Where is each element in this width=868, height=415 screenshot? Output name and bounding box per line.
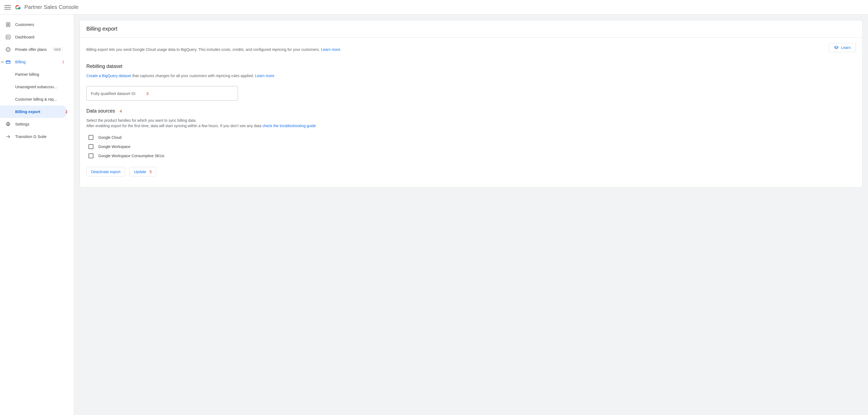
checkbox-row-google-cloud[interactable]: Google Cloud (86, 133, 856, 142)
annotation-5: 5 (150, 169, 152, 174)
create-bq-dataset-link[interactable]: Create a BigQuery dataset (86, 74, 131, 78)
main-content: Billing export Billing export lets you s… (74, 14, 868, 415)
sidebar-item-billing[interactable]: Billing 1 (0, 56, 74, 68)
data-sources-description: Select the product families for which yo… (86, 118, 856, 129)
sidebar-item-label: Transition G Suite (15, 134, 46, 139)
sidebar-sub-customer-billing[interactable]: Customer billing & rep... (0, 93, 67, 105)
product-title: Partner Sales Console (24, 4, 79, 10)
graduation-cap-icon (834, 45, 839, 50)
sidebar-item-dashboard[interactable]: Dashboard (0, 31, 74, 43)
sidebar-item-private-offer-plans[interactable]: Private offer plans NEW (0, 43, 74, 56)
sidebar-item-label: Billing (15, 60, 26, 64)
caret-down-icon (1, 61, 4, 63)
page-title: Billing export (80, 20, 862, 38)
data-sources-heading: Data sources 4 (86, 108, 856, 114)
checkbox-label: Google Workspace Consumptive SKUs (98, 154, 164, 158)
checkbox-label: Google Cloud (98, 135, 122, 140)
sidebar-item-settings[interactable]: Settings (0, 118, 74, 130)
menu-icon[interactable] (4, 4, 11, 10)
checkbox-row-google-workspace-consumptive[interactable]: Google Workspace Consumptive SKUs (86, 151, 856, 161)
learn-button[interactable]: Learn (829, 43, 856, 52)
checkbox-row-google-workspace[interactable]: Google Workspace (86, 142, 856, 151)
dataset-id-input[interactable]: Fully qualified dataset ID 3 (86, 86, 238, 101)
google-cloud-logo-icon (14, 4, 21, 10)
svg-point-4 (7, 49, 9, 50)
billing-icon (5, 59, 11, 65)
sidebar-item-label: Dashboard (15, 35, 34, 39)
offer-plans-icon (5, 47, 11, 52)
sidebar-item-label: Billing export (15, 110, 40, 114)
sidebar-item-transition-gsuite[interactable]: Transition G Suite (0, 130, 74, 143)
sidebar-sub-billing-export[interactable]: Billing export 2 (0, 105, 67, 118)
customers-icon (5, 22, 11, 27)
svg-point-6 (7, 124, 9, 125)
intro-text: Billing export lets you send Google Clou… (86, 47, 822, 52)
sidebar-item-label: Private offer plans (15, 47, 47, 52)
sidebar-item-customers[interactable]: Customers (0, 19, 74, 31)
rebilling-description: Create a BigQuery dataset that captures … (86, 73, 856, 78)
intro-learn-more-link[interactable]: Learn more (321, 47, 340, 52)
checkbox-icon[interactable] (89, 135, 93, 140)
rebilling-heading: Rebilling dataset (86, 64, 856, 69)
svg-rect-5 (6, 61, 10, 64)
annotation-2: 2 (65, 110, 68, 114)
top-bar: Partner Sales Console (0, 0, 868, 14)
sidebar-item-label: Unassigned subaccou... (15, 85, 57, 89)
arrow-right-icon (5, 134, 11, 139)
sidebar-item-label: Customer billing & rep... (15, 97, 57, 101)
annotation-4: 4 (120, 109, 122, 113)
deactivate-export-button[interactable]: Deactivate export (86, 167, 125, 176)
sidebar-sub-partner-billing[interactable]: Partner billing (0, 68, 67, 81)
annotation-1: 1 (62, 60, 69, 64)
rebilling-learn-more-link[interactable]: Learn more (255, 74, 275, 78)
new-badge: NEW (53, 47, 63, 52)
troubleshooting-link[interactable]: check the troubleshooting guide (262, 124, 316, 128)
gear-icon (5, 122, 11, 127)
sidebar-item-label: Customers (15, 23, 34, 27)
sidebar-item-label: Partner billing (15, 72, 39, 76)
dashboard-icon (5, 34, 11, 40)
checkbox-icon[interactable] (89, 153, 93, 158)
checkbox-label: Google Workspace (98, 144, 130, 149)
svg-point-1 (7, 24, 9, 25)
annotation-3: 3 (146, 91, 148, 96)
sidebar-sub-unassigned-subaccounts[interactable]: Unassigned subaccou... (0, 81, 67, 93)
checkbox-icon[interactable] (89, 144, 93, 149)
billing-export-card: Billing export Billing export lets you s… (80, 20, 863, 187)
sidebar-item-label: Settings (15, 122, 29, 126)
update-button[interactable]: Update 5 (129, 167, 156, 176)
sidebar: Customers Dashboard Private offer plans … (0, 14, 74, 415)
